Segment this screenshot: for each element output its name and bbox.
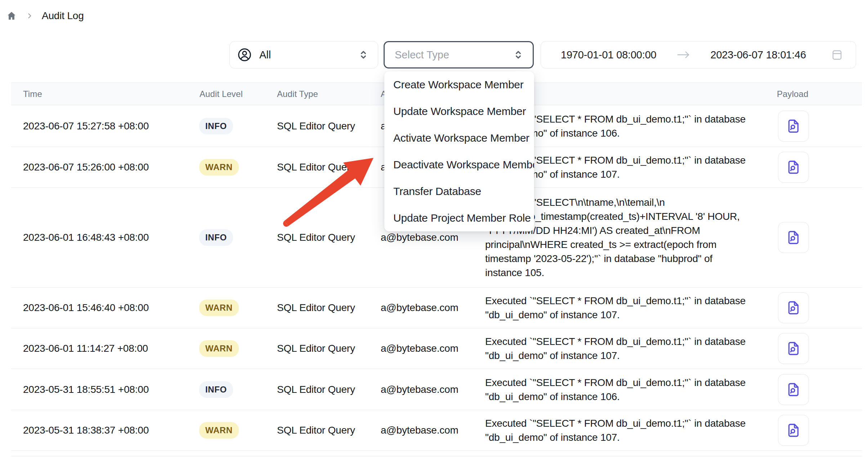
breadcrumb: Audit Log bbox=[6, 10, 84, 22]
row-audit-type: SQL Editor Query bbox=[277, 302, 355, 314]
row-actor: a@bytebase.com bbox=[381, 343, 458, 354]
audit-level-badge: INFO bbox=[199, 229, 233, 246]
file-search-icon bbox=[786, 422, 801, 438]
file-search-icon bbox=[786, 230, 801, 245]
row-time: 2023-06-01 11:14:27 +08:00 bbox=[23, 343, 148, 354]
row-comment: Executed `"SELECT * FROM db_ui_demo.t1;"… bbox=[485, 376, 758, 404]
actor-filter-value: All bbox=[259, 49, 271, 61]
file-search-icon bbox=[786, 341, 801, 356]
payload-view-button[interactable] bbox=[778, 152, 809, 183]
filter-bar: All Select Type 1970-01-01 08:00:00 2023… bbox=[0, 41, 868, 68]
payload-view-button[interactable] bbox=[778, 374, 809, 405]
file-search-icon bbox=[786, 300, 801, 316]
audit-level-badge: WARN bbox=[199, 300, 239, 316]
audit-log-page: Audit Log All Select Type 1970-01-01 08:… bbox=[0, 0, 868, 457]
file-search-icon bbox=[786, 382, 801, 398]
table-row: 2023-05-31 18:38:37 +08:00 WARN SQL Edit… bbox=[11, 410, 862, 451]
column-header-level: Audit Level bbox=[200, 89, 243, 99]
column-header-time: Time bbox=[23, 89, 42, 99]
row-time: 2023-06-07 15:26:00 +08:00 bbox=[23, 161, 149, 173]
type-select-dropdown-menu: Create Workspace Member Update Workspace… bbox=[384, 71, 534, 231]
menu-item-deactivate-workspace-member[interactable]: Deactivate Workspace Member bbox=[384, 151, 534, 178]
menu-item-create-workspace-member[interactable]: Create Workspace Member bbox=[384, 71, 534, 98]
chevron-up-down-icon bbox=[513, 49, 524, 61]
date-range-start[interactable]: 1970-01-01 08:00:00 bbox=[561, 49, 656, 61]
row-time: 2023-05-31 18:38:37 +08:00 bbox=[23, 425, 149, 436]
audit-level-badge: INFO bbox=[199, 381, 233, 398]
payload-view-button[interactable] bbox=[778, 333, 809, 364]
file-search-icon bbox=[786, 118, 801, 134]
table-row: 2023-06-01 11:14:27 +08:00 WARN SQL Edit… bbox=[11, 328, 862, 369]
payload-view-button[interactable] bbox=[778, 415, 809, 446]
menu-item-transfer-database[interactable]: Transfer Database bbox=[384, 178, 534, 205]
table-row-partial bbox=[11, 451, 862, 456]
column-header-payload: Payload bbox=[777, 89, 808, 99]
row-actor: a@bytebase.com bbox=[381, 232, 458, 243]
menu-item-activate-workspace-member[interactable]: Activate Workspace Member bbox=[384, 125, 534, 151]
row-time: 2023-06-07 15:27:58 +08:00 bbox=[23, 120, 149, 132]
row-comment: Executed `"SELECT * FROM db_ui_demo.t1;"… bbox=[485, 334, 758, 363]
arrow-right-icon bbox=[676, 50, 691, 59]
row-comment: Executed `"SELECT * FROM db_ui_demo.t1;"… bbox=[485, 416, 758, 444]
home-icon[interactable] bbox=[6, 11, 17, 21]
row-time: 2023-05-31 18:55:51 +08:00 bbox=[23, 384, 149, 395]
date-range-end[interactable]: 2023-06-07 18:01:46 bbox=[710, 49, 806, 61]
row-audit-type: SQL Editor Query bbox=[277, 161, 355, 173]
row-actor: a@bytebase.com bbox=[381, 425, 458, 436]
row-time: 2023-06-01 15:46:40 +08:00 bbox=[23, 302, 149, 314]
payload-view-button[interactable] bbox=[778, 292, 809, 323]
row-audit-type: SQL Editor Query bbox=[277, 232, 355, 243]
row-audit-type: SQL Editor Query bbox=[277, 343, 355, 354]
row-audit-type: SQL Editor Query bbox=[277, 425, 355, 436]
audit-level-badge: WARN bbox=[199, 159, 239, 176]
column-header-type: Audit Type bbox=[277, 89, 318, 99]
type-filter-placeholder: Select Type bbox=[395, 49, 449, 61]
payload-view-button[interactable] bbox=[778, 111, 809, 142]
menu-item-update-workspace-member[interactable]: Update Workspace Member bbox=[384, 98, 534, 125]
payload-view-button[interactable] bbox=[778, 222, 809, 253]
chevron-up-down-icon bbox=[358, 49, 369, 61]
calendar-icon[interactable] bbox=[831, 48, 844, 61]
row-time: 2023-06-01 16:48:43 +08:00 bbox=[23, 232, 149, 243]
row-actor: a@bytebase.com bbox=[381, 384, 458, 395]
audit-level-badge: WARN bbox=[199, 340, 239, 357]
table-row: 2023-06-01 15:46:40 +08:00 WARN SQL Edit… bbox=[11, 288, 862, 328]
actor-filter-select[interactable]: All bbox=[229, 41, 378, 68]
audit-level-badge: INFO bbox=[199, 118, 233, 134]
row-actor: a@bytebase.com bbox=[381, 302, 458, 314]
page-title: Audit Log bbox=[42, 10, 84, 22]
audit-level-badge: WARN bbox=[199, 422, 239, 439]
type-filter-select[interactable]: Select Type bbox=[384, 41, 534, 68]
file-search-icon bbox=[786, 159, 801, 175]
date-range-picker[interactable]: 1970-01-01 08:00:00 2023-06-07 18:01:46 bbox=[541, 41, 856, 68]
table-row: 2023-05-31 18:55:51 +08:00 INFO SQL Edit… bbox=[11, 369, 862, 410]
row-audit-type: SQL Editor Query bbox=[277, 384, 355, 395]
row-audit-type: SQL Editor Query bbox=[277, 120, 355, 132]
menu-item-update-project-member-role[interactable]: Update Project Member Role bbox=[384, 205, 534, 231]
chevron-right-icon bbox=[26, 12, 33, 19]
user-circle-icon bbox=[237, 47, 252, 62]
row-comment: Executed `"SELECT * FROM db_ui_demo.t1;"… bbox=[485, 294, 758, 322]
